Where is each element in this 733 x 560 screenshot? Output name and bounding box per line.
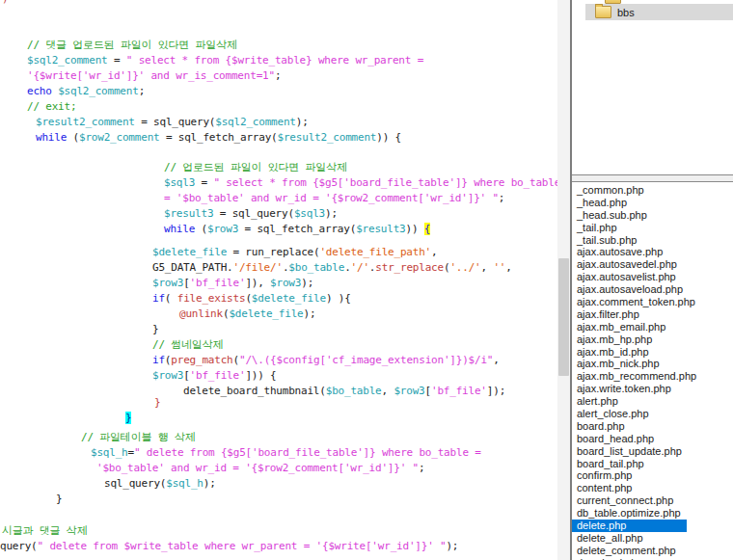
code-token-string2: '../' <box>449 261 480 274</box>
file-list-item[interactable]: ajax.comment_token.php <box>572 296 733 308</box>
code-line: $row3['bf_file'])) { <box>152 368 277 383</box>
code-token-variable: $sql2_comment <box>58 85 139 97</box>
file-list-item[interactable]: ajax.autosave.php <box>572 246 733 258</box>
code-token-variable: $row3 <box>152 277 183 289</box>
code-token-builtin: } <box>154 396 160 409</box>
code-line: // exit; <box>27 99 76 114</box>
code-line: while ($row3 = sql_fetch_array($result3)… <box>164 222 430 236</box>
code-token-plain: = sql_query( <box>135 116 216 128</box>
file-list-item[interactable]: ajax.mb_id.php <box>572 346 733 359</box>
editor-vertical-scrollbar[interactable] <box>557 0 570 560</box>
folder-tree-panel: bbs <box>572 0 733 174</box>
file-list-item[interactable]: alert.php <box>572 395 733 408</box>
code-token-plain: ( <box>165 292 177 305</box>
file-list-item[interactable]: content.php <box>572 482 733 494</box>
code-token-plain: ; <box>499 192 504 204</box>
code-token-variable: $row3 <box>152 369 183 382</box>
file-list-item[interactable]: board_head.php <box>572 433 733 445</box>
code-token-string: " select * from {$write_table} where wr_… <box>126 54 423 67</box>
code-token-string: = '$bo_table' and wr_id = '{$row2_commen… <box>164 192 499 204</box>
file-list-item[interactable]: ajax.filter.php <box>572 308 733 321</box>
file-list-item[interactable]: ajax.autosaveload.php <box>572 283 733 296</box>
code-token-builtin: str_replace <box>375 261 444 274</box>
code-token-comment: // 썸네일삭제 <box>152 338 223 351</box>
code-line: echo $sql2_comment; <box>27 84 145 98</box>
editor-window: )// 댓글 업로드된 파일이 있다면 파일삭제$sql2_comment = … <box>0 0 733 560</box>
code-editor[interactable]: )// 댓글 업로드된 파일이 있다면 파일삭제$sql2_comment = … <box>0 0 557 560</box>
code-token-plain: , <box>493 354 499 366</box>
code-token-variable: $sql_h <box>166 477 204 490</box>
file-list-item[interactable]: board.php <box>572 420 733 433</box>
file-list-item[interactable]: _common.php <box>572 184 733 197</box>
code-token-keyword: echo <box>27 85 52 97</box>
code-token-plain: ); <box>446 540 458 552</box>
code-token-variable: $delete_file <box>229 307 303 320</box>
code-token-variable: $sql3 <box>164 176 195 189</box>
file-list-item[interactable]: ajax.mb_email.php <box>572 321 733 333</box>
scrollbar-thumb[interactable] <box>558 258 569 376</box>
file-list-item[interactable]: board_tail.php <box>572 458 733 470</box>
code-token-plain: } <box>56 493 62 505</box>
file-list-item[interactable]: ajax.autosavelist.php <box>572 271 733 283</box>
code-token-plain: ]); <box>487 385 505 397</box>
code-token-plain: = sql_fetch_array( <box>238 223 356 235</box>
file-list-item[interactable]: confirm.php <box>572 469 733 482</box>
code-token-plain: ; <box>275 69 281 82</box>
code-line: $result3 = sql_query($sql3); <box>164 206 338 221</box>
code-token-plain: ); <box>303 307 315 320</box>
file-list-item[interactable]: current_connect.php <box>572 494 733 507</box>
file-list-item[interactable]: delete_comment.php <box>572 545 733 557</box>
code-token-keyword: while <box>164 223 195 235</box>
code-token-variable: $delete_file <box>252 292 326 305</box>
code-token-plain: ); <box>204 477 216 490</box>
code-token-variable: $bo_table <box>326 385 382 397</box>
code-token-plain: = <box>195 176 213 189</box>
code-token-builtin: @unlink <box>179 307 223 320</box>
code-token-string: " select * from {$g5['board_file_table']… <box>213 176 557 189</box>
code-token-plain: ]), <box>245 277 270 289</box>
code-line: } <box>125 411 131 425</box>
code-token-comment: // 업로드된 파일이 있다면 파일삭제 <box>164 161 347 173</box>
code-line: '{$write['wr_id']}' and wr_is_comment=1"… <box>27 68 281 83</box>
code-token-plain: ); <box>296 116 309 128</box>
code-token-comment: // exit; <box>27 100 76 113</box>
file-list-item[interactable]: delete_all.php <box>572 532 733 545</box>
file-list-item[interactable]: ajax.mb_recommend.php <box>572 370 733 383</box>
file-list-item-selected[interactable]: delete.php <box>572 520 687 532</box>
code-token-variable: $result3 <box>356 223 405 235</box>
code-token-variable: $sql2_comment <box>215 116 296 128</box>
code-line: } <box>56 492 62 506</box>
code-token-string: 'bf_file' <box>431 385 487 397</box>
tree-item-bbs[interactable]: bbs <box>585 4 733 20</box>
code-token-plain: = sql_query( <box>213 207 294 220</box>
file-list-item[interactable]: ajax.autosavedel.php <box>572 258 733 271</box>
code-token-variable: $row3 <box>207 223 238 235</box>
file-list-item[interactable]: ajax.write.token.php <box>572 383 733 395</box>
code-line: '$bo_table' and wr_id = '{$row2_comment[… <box>96 461 424 475</box>
file-list-item[interactable]: _head.sub.php <box>572 209 733 222</box>
file-list-item[interactable]: ajax.mb_hp.php <box>572 333 733 346</box>
file-list-item[interactable]: _head.php <box>572 197 733 209</box>
code-token-plain: )) <box>406 223 424 235</box>
code-token-plain: , <box>505 261 511 274</box>
code-token-variable: $result2_comment <box>36 116 135 128</box>
file-list-item[interactable]: ajax.mb_nick.php <box>572 358 733 370</box>
file-list-item[interactable]: board_list_update.php <box>572 445 733 458</box>
code-token-plain: sql_query( <box>104 477 166 490</box>
panel-splitter[interactable] <box>572 174 733 182</box>
code-line: // 업로드된 파일이 있다면 파일삭제 <box>164 160 347 174</box>
code-token-keyword: if <box>152 354 165 366</box>
file-list-item[interactable]: alert_close.php <box>572 408 733 420</box>
code-token-brace_close: } <box>125 412 131 424</box>
code-line: } <box>152 322 158 336</box>
code-token-string: 'bf_file' <box>190 369 246 382</box>
code-token-plain: )) { <box>376 131 401 144</box>
code-token-keyword: if <box>152 292 165 305</box>
code-token-plain: ( <box>195 223 207 235</box>
code-token-string2: 'delete_file_path' <box>319 246 431 258</box>
code-line: // 파일테이블 행 삭제 <box>81 430 196 444</box>
file-list-item[interactable]: _tail.sub.php <box>572 234 733 247</box>
file-list-item[interactable]: db_table.optimize.php <box>572 507 733 520</box>
file-list-item[interactable]: _tail.php <box>572 222 733 234</box>
code-line: $sql3 = " select * from {$g5['board_file… <box>164 175 557 190</box>
